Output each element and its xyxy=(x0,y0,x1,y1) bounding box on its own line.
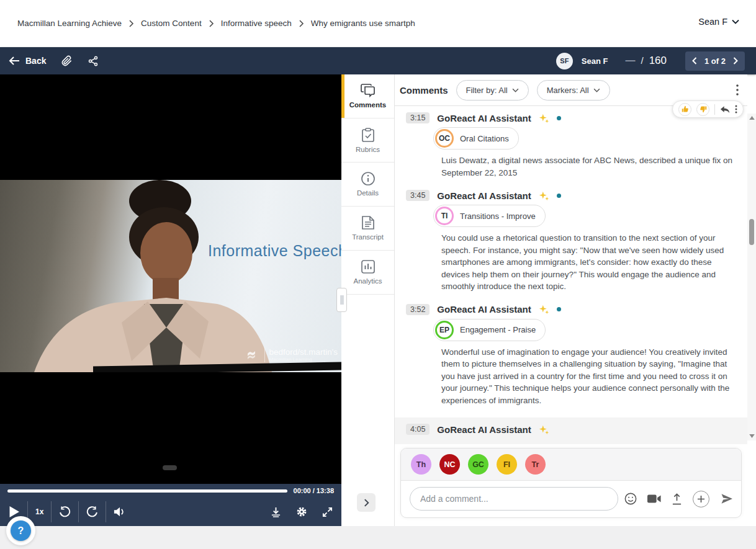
breadcrumb-item[interactable]: Informative speech xyxy=(221,19,292,28)
rewind-button[interactable] xyxy=(59,506,71,518)
tab-details[interactable]: Details xyxy=(341,163,394,207)
chevron-right-icon xyxy=(128,20,134,27)
reply-button[interactable] xyxy=(720,105,730,114)
comment-item[interactable]: 3:15 GoReact AI Assistant OC Oral Citati… xyxy=(406,112,739,179)
thumbs-down-button[interactable] xyxy=(696,103,709,116)
back-button[interactable]: Back xyxy=(9,56,46,66)
comment-text: Wonderful use of imagination to engage y… xyxy=(441,346,739,407)
breadcrumb-item-current: Why emigrants use smartph xyxy=(311,19,415,28)
comment-kebab-icon[interactable] xyxy=(735,105,737,114)
transcript-icon xyxy=(362,216,374,230)
controls-divider xyxy=(106,501,106,522)
attachment-button[interactable] xyxy=(61,55,73,67)
rewind-icon xyxy=(59,506,71,518)
presenter-avatar[interactable]: SF xyxy=(556,53,573,69)
marker-chip[interactable]: FI xyxy=(497,454,517,475)
pager: 1 of 2 xyxy=(685,51,745,71)
timestamp-chip[interactable]: 3:45 xyxy=(406,190,430,201)
comment-text: Luis Dewatz, a digital news associate fo… xyxy=(441,154,739,179)
seek-bar[interactable] xyxy=(7,489,287,493)
upload-button[interactable] xyxy=(672,493,682,505)
chevron-down-icon xyxy=(512,88,519,92)
pager-prev-icon[interactable] xyxy=(692,57,697,65)
thumbs-up-button[interactable] xyxy=(678,103,691,116)
player-progress-row: 00:00 / 13:38 xyxy=(0,484,341,498)
record-video-button[interactable] xyxy=(647,494,661,504)
forward-button[interactable] xyxy=(86,506,98,518)
comment-item[interactable]: 3:45 GoReact AI Assistant TI Transitions… xyxy=(406,190,739,293)
reaction-divider xyxy=(714,104,715,115)
tab-analytics[interactable]: Analytics xyxy=(341,251,394,295)
controls-divider xyxy=(78,501,79,522)
sparkle-icon xyxy=(539,304,549,315)
video-camera-icon xyxy=(647,494,661,504)
video-drag-handle[interactable] xyxy=(163,465,177,470)
scrollbar-up-icon[interactable] xyxy=(747,114,756,122)
panel-resize-handle[interactable] xyxy=(336,288,347,312)
tab-rubrics[interactable]: Rubrics xyxy=(341,118,394,163)
chevron-right-icon xyxy=(364,499,369,507)
download-icon xyxy=(271,507,281,517)
timestamp-chip[interactable]: 4:05 xyxy=(406,424,430,435)
presence-dot xyxy=(557,116,561,120)
player-controls: 1x xyxy=(0,498,341,526)
scrollbar-thumb[interactable] xyxy=(749,219,754,245)
toolbar-right-group: SF Sean F — / 160 1 of 2 xyxy=(556,51,745,71)
app-window: Macmillan Learning Achieve Custom Conten… xyxy=(0,0,756,549)
score-display: — / 160 xyxy=(625,55,667,67)
filter-by-dropdown[interactable]: Filter by: All xyxy=(456,80,529,100)
emoji-button[interactable] xyxy=(624,493,637,505)
fullscreen-button[interactable] xyxy=(322,507,333,517)
comments-title: Comments xyxy=(400,85,448,96)
comment-item[interactable]: 3:52 GoReact AI Assistant EP Engagement … xyxy=(406,304,739,407)
tab-transcript[interactable]: Transcript xyxy=(341,207,394,251)
tab-label: Transcript xyxy=(352,233,384,241)
expand-panel-button[interactable] xyxy=(357,493,376,512)
marker-chip[interactable]: GC xyxy=(468,454,488,475)
scrollbar-down-icon[interactable] xyxy=(747,432,756,440)
send-comment-button[interactable] xyxy=(720,493,734,504)
breadcrumb-item[interactable]: Macmillan Learning Achieve xyxy=(17,19,122,28)
emoji-icon xyxy=(624,493,637,505)
timestamp-chip[interactable]: 3:15 xyxy=(406,112,430,123)
help-button[interactable]: ? xyxy=(11,520,31,541)
breadcrumb-item[interactable]: Custom Content xyxy=(141,19,202,28)
comments-menu-kebab-icon[interactable] xyxy=(732,84,742,96)
playback-speed-button[interactable]: 1x xyxy=(35,507,43,516)
site-header: Macmillan Learning Achieve Custom Conten… xyxy=(0,0,756,47)
marker-pill[interactable]: EP Engagement - Praise xyxy=(433,319,546,341)
settings-gear-icon[interactable] xyxy=(296,506,307,517)
marker-label: Transitions - Improve xyxy=(460,212,536,221)
marker-pill[interactable]: TI Transitions - Improve xyxy=(433,205,546,227)
marker-pill[interactable]: OC Oral Citations xyxy=(433,127,519,150)
filter-by-label: Filter by: All xyxy=(466,86,508,95)
scrollbar[interactable] xyxy=(747,114,756,440)
controls-right-group xyxy=(271,506,333,517)
marker-chip[interactable]: Th xyxy=(411,454,431,475)
comment-composer: Th NC GC FI Tr xyxy=(400,448,742,518)
user-menu[interactable]: Sean F xyxy=(698,17,739,27)
fullscreen-icon xyxy=(322,507,333,517)
composer-row xyxy=(401,481,741,517)
tab-label: Rubrics xyxy=(356,146,380,153)
comments-list[interactable]: 3:15 GoReact AI Assistant OC Oral Citati… xyxy=(395,106,747,444)
user-menu-name: Sean F xyxy=(698,17,727,27)
tab-comments[interactable]: Comments xyxy=(341,74,394,118)
add-marker-button[interactable] xyxy=(693,491,709,507)
video-frame: Informative Speech As bedford/st.martin'… xyxy=(0,180,341,372)
video-player[interactable]: Informative Speech As bedford/st.martin'… xyxy=(0,74,341,526)
share-button[interactable] xyxy=(88,55,99,67)
volume-button[interactable] xyxy=(114,506,126,517)
pager-next-icon[interactable] xyxy=(733,57,738,65)
timestamp-chip[interactable]: 3:52 xyxy=(406,304,430,315)
controls-divider xyxy=(51,501,52,522)
comment-input[interactable] xyxy=(410,487,618,511)
marker-chip[interactable]: Tr xyxy=(525,454,546,475)
markers-dropdown[interactable]: Markers: All xyxy=(537,80,610,100)
comment-item-highlighted[interactable]: 4:05 GoReact AI Assistant xyxy=(395,417,747,444)
details-info-icon xyxy=(361,172,375,185)
marker-chip[interactable]: NC xyxy=(439,454,460,475)
marker-code-badge: OC xyxy=(435,129,454,148)
comment-reaction-toolbar xyxy=(672,100,744,118)
download-button[interactable] xyxy=(271,507,281,517)
